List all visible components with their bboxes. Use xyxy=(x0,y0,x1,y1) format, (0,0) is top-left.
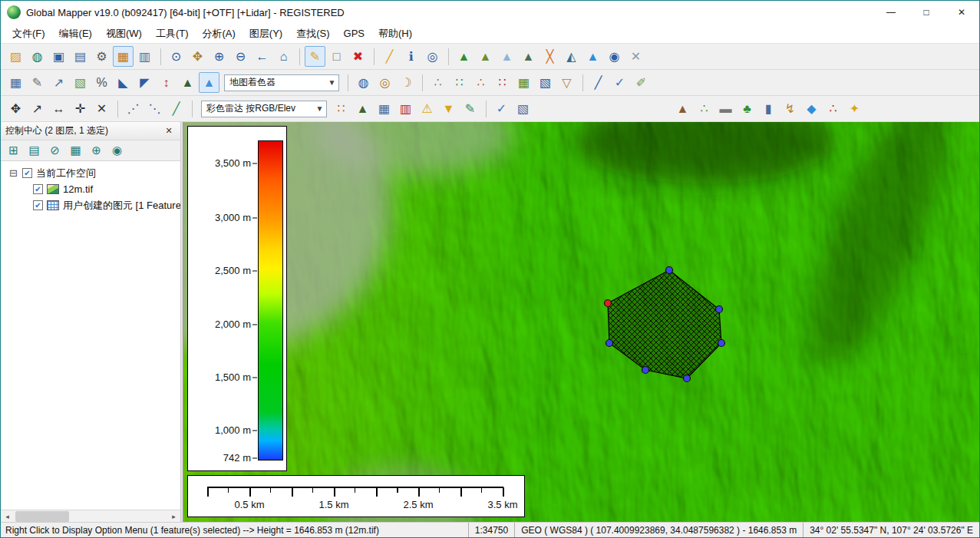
lidar-filter-points-button[interactable]: ▽ xyxy=(556,72,577,93)
menu-view[interactable]: 视图(W) xyxy=(99,24,149,44)
north-arrow-button[interactable]: ◣ xyxy=(113,72,134,93)
stretch-feature-button[interactable]: ↔ xyxy=(48,98,69,119)
cc-zoom-to-button[interactable]: ⊕ xyxy=(87,142,106,160)
menu-search[interactable]: 查找(S) xyxy=(289,24,336,44)
elevation-range-button[interactable]: ↕ xyxy=(156,72,177,93)
select-features-button[interactable]: □ xyxy=(326,46,347,67)
layer-row-raster[interactable]: 12m.tif xyxy=(2,181,179,197)
apply-check-button[interactable]: ✓ xyxy=(609,72,630,93)
layer-checkbox[interactable] xyxy=(33,184,43,194)
lidar-filter-button[interactable]: ▼ xyxy=(438,98,459,119)
zoom-tool-button[interactable]: ⊙ xyxy=(166,46,186,67)
snap-crosshair-button[interactable]: ✛ xyxy=(70,98,91,119)
open-data-file-button[interactable]: ▨ xyxy=(5,46,26,67)
scrollbar-thumb[interactable] xyxy=(15,511,69,522)
menu-file[interactable]: 文件(F) xyxy=(5,24,52,44)
classify-powerline-button[interactable]: ↯ xyxy=(780,98,800,119)
slope-shader-button[interactable]: ▲ xyxy=(518,46,539,67)
grab-and-drag-button[interactable]: ✥ xyxy=(187,46,208,67)
scrollbar-track[interactable] xyxy=(14,510,167,523)
menu-gps[interactable]: GPS xyxy=(337,25,371,42)
menu-edit[interactable]: 编辑(E) xyxy=(52,24,99,44)
cc-options-button[interactable]: ▦ xyxy=(66,142,85,160)
license-key-button[interactable]: ✦ xyxy=(844,98,865,119)
lidar-classify-tool-button[interactable]: ▥ xyxy=(395,98,416,119)
minimize-button[interactable]: — xyxy=(873,1,909,24)
menu-analysis[interactable]: 分析(A) xyxy=(196,24,243,44)
create-line-button[interactable]: ╱ xyxy=(166,98,186,119)
map-view[interactable]: 3,500 m3,000 m2,500 m2,000 m1,500 m1,000… xyxy=(183,122,979,522)
screen-capture-button[interactable]: ↗ xyxy=(48,72,69,93)
path-profile-button[interactable]: ╳ xyxy=(539,46,560,67)
shader-combo[interactable]: 地图着色器 ▼ xyxy=(224,74,339,91)
cc-layers-button[interactable]: ▤ xyxy=(25,142,44,160)
panel-close-button[interactable]: ✕ xyxy=(162,126,176,136)
maximize-button[interactable]: □ xyxy=(909,1,944,24)
tree-collapse-icon[interactable]: ⊟ xyxy=(8,167,18,179)
cc-metadata-button[interactable]: ◉ xyxy=(107,142,127,160)
close-button[interactable]: ✕ xyxy=(944,1,979,24)
menu-tools[interactable]: 工具(T) xyxy=(149,24,196,44)
cancel-edit-button[interactable]: ✕ xyxy=(91,98,112,119)
profile-line-button[interactable]: ╱ xyxy=(588,72,609,93)
lidar-qc-button[interactable]: ⚠ xyxy=(417,98,437,119)
fly-through-button[interactable]: ◉ xyxy=(604,46,625,67)
tree-root-row[interactable]: ⊟ 当前工作空间 xyxy=(2,165,179,181)
sketch-pen-button[interactable]: ✐ xyxy=(631,72,652,93)
feature-info-button[interactable]: ℹ xyxy=(401,46,421,67)
lidar-grid-create-button[interactable]: ▦ xyxy=(513,72,534,93)
night-mode-button[interactable]: ☽ xyxy=(396,72,417,93)
insert-vertex-button[interactable]: ⋰ xyxy=(123,98,144,119)
lidar-color-by-class-button[interactable]: ∷ xyxy=(449,72,470,93)
scroll-right-button[interactable]: ▸ xyxy=(167,510,180,523)
layer-label[interactable]: 12m.tif xyxy=(63,183,93,195)
text-note-button[interactable]: ✎ xyxy=(27,72,48,93)
apply-edits-button[interactable]: ✓ xyxy=(491,98,512,119)
overlay-manager-button[interactable]: ▥ xyxy=(134,46,155,67)
measure-tool-button[interactable]: ╱ xyxy=(379,46,400,67)
digitizer-tool-button[interactable]: ✎ xyxy=(305,46,325,67)
feature-vertex[interactable] xyxy=(716,306,723,313)
layer-checkbox[interactable] xyxy=(33,200,43,210)
panel-horizontal-scrollbar[interactable]: ◂ ▸ xyxy=(1,510,180,522)
no-tool-button[interactable]: ✕ xyxy=(625,46,646,67)
feature-vertex[interactable] xyxy=(642,367,649,374)
lidar-combo[interactable]: 彩色雷达 按RGB/Elev ▼ xyxy=(201,101,327,117)
terrain-shader-button[interactable]: ▲ xyxy=(454,46,474,67)
classify-ground-button[interactable]: ▲ xyxy=(672,98,693,119)
image-swipe-button[interactable]: ▧ xyxy=(70,72,91,93)
transparency-button[interactable]: % xyxy=(91,72,112,93)
projection-button[interactable]: ◍ xyxy=(353,72,374,93)
previous-view-button[interactable]: ← xyxy=(252,46,272,67)
feature-vertex[interactable] xyxy=(718,340,725,347)
delete-vertex-button[interactable]: ⋱ xyxy=(144,98,165,119)
terrain-layer-toggle-button[interactable]: ▲ xyxy=(177,72,198,93)
world-options-button[interactable]: ◎ xyxy=(375,72,395,93)
classify-vegetation-button[interactable]: ∴ xyxy=(694,98,714,119)
workspace-checkbox[interactable] xyxy=(22,168,32,178)
classify-building-button[interactable]: ▮ xyxy=(758,98,779,119)
zoom-in-button[interactable]: ⊕ xyxy=(209,46,229,67)
feature-vertex-selected[interactable] xyxy=(605,300,612,307)
lidar-create-points-button[interactable]: ∷ xyxy=(331,98,351,119)
map-layout-button[interactable]: ▤ xyxy=(70,46,91,67)
lidar-tile-grid-button[interactable]: ▦ xyxy=(374,98,394,119)
watershed-button[interactable]: ▲ xyxy=(582,46,603,67)
workspace-label[interactable]: 当前工作空间 xyxy=(36,167,96,180)
snow-shader-button[interactable]: ▲ xyxy=(497,46,517,67)
save-workspace-button[interactable]: ▣ xyxy=(48,46,69,67)
layer-label[interactable]: 用户创建的图元 [1 Features] xyxy=(63,199,180,213)
compass-rose-button[interactable]: ◤ xyxy=(134,72,155,93)
clear-selection-button[interactable]: ✖ xyxy=(348,46,368,67)
feature-vertex[interactable] xyxy=(666,267,673,274)
lidar-noise-classify-button[interactable]: ∷ xyxy=(492,72,513,93)
full-view-button[interactable]: ⌂ xyxy=(273,46,294,67)
classify-tree-button[interactable]: ♣ xyxy=(737,98,757,119)
move-feature-button[interactable]: ↗ xyxy=(27,98,48,119)
terrain-map-canvas[interactable] xyxy=(183,122,979,522)
classify-water-button[interactable]: ◆ xyxy=(801,98,822,119)
shader-preview-button[interactable]: ▲ xyxy=(199,72,219,93)
cc-close-overlay-button[interactable]: ⊘ xyxy=(45,142,64,160)
lidar-extract-vectors-button[interactable]: ▧ xyxy=(535,72,556,93)
lidar-cross-section-button[interactable]: ∴ xyxy=(427,72,448,93)
